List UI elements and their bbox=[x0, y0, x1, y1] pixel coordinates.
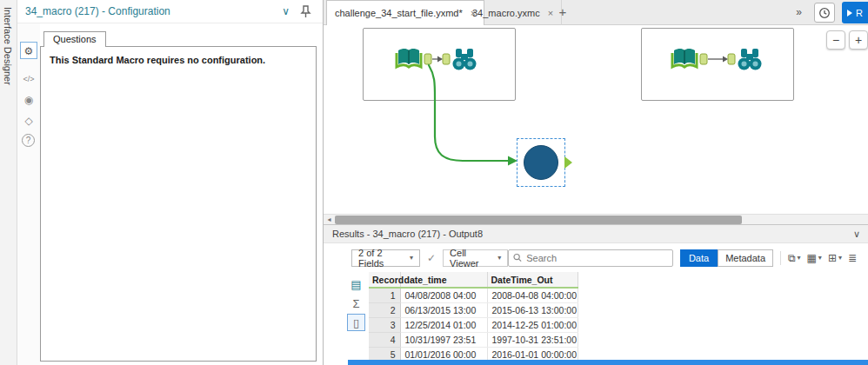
tag-icon[interactable]: ◇ bbox=[20, 111, 37, 129]
results-horizontal-scrollbar[interactable] bbox=[348, 360, 868, 365]
canvas-horizontal-scrollbar[interactable]: ◂ bbox=[324, 214, 868, 224]
results-panel: Results - 34_macro (217) - Output8 ∨ 2 o… bbox=[324, 224, 868, 365]
table-row[interactable]: 410/31/1997 23:511997-10-31 23:51:00 bbox=[369, 332, 578, 347]
table-view-icon[interactable]: ▤ bbox=[347, 275, 365, 293]
schedule-icon[interactable] bbox=[814, 3, 835, 23]
configuration-icon-rail: ⚙ </> ◉ ◇ ? bbox=[17, 23, 40, 365]
column-header-datetime-out[interactable]: DateTime_Out bbox=[487, 272, 578, 288]
interface-designer-rail: Interface Designer bbox=[0, 0, 17, 365]
table-options-icon[interactable]: ▦▾ bbox=[807, 252, 822, 264]
interface-designer-label: Interface Designer bbox=[3, 7, 13, 85]
tab-label: challenge_34_start_file.yxmd* bbox=[335, 8, 463, 18]
preview-icon[interactable]: ◉ bbox=[20, 90, 37, 108]
results-grid[interactable]: Record date_time DateTime_Out 104/08/200… bbox=[369, 272, 868, 362]
cell-viewer-dropdown[interactable]: Cell Viewer ▾ bbox=[443, 249, 508, 267]
record-cell: 4 bbox=[369, 332, 400, 347]
help-icon[interactable]: ? bbox=[22, 134, 35, 147]
configuration-header: 34_macro (217) - Configuration ∨ bbox=[17, 0, 323, 23]
menu-icon[interactable]: ≣ bbox=[848, 252, 857, 264]
tab-label: 34_macro.yxmc bbox=[472, 8, 540, 18]
input-data-tool[interactable] bbox=[394, 44, 424, 74]
data-view-button[interactable]: Data bbox=[680, 249, 718, 267]
record-cell: 3 bbox=[369, 317, 400, 332]
macro-tool[interactable] bbox=[524, 145, 558, 180]
tab-34-macro[interactable]: 34_macro.yxmc × bbox=[464, 0, 562, 25]
profile-sigma-icon[interactable]: Σ bbox=[347, 295, 365, 312]
results-toolbar: 2 of 2 Fields ▾ ✓ Cell Viewer ▾ Data Met… bbox=[324, 243, 868, 272]
chevron-down-icon[interactable]: ∨ bbox=[853, 225, 860, 243]
questions-content: This Standard Macro requires no configur… bbox=[40, 46, 317, 362]
document-tab-bar: challenge_34_start_file.yxmd* × 34_macro… bbox=[324, 0, 868, 25]
value-cell: 2008-04-08 04:00:00 bbox=[487, 288, 578, 302]
tool-container-left[interactable] bbox=[363, 28, 516, 101]
results-title: Results - 34_macro (217) - Output8 bbox=[332, 229, 483, 239]
search-input[interactable] bbox=[526, 253, 668, 263]
value-cell: 12/25/2014 01:00 bbox=[400, 317, 487, 332]
column-header-date-time[interactable]: date_time bbox=[400, 272, 487, 288]
play-icon bbox=[847, 10, 852, 17]
tab-overflow-button[interactable]: » bbox=[796, 0, 802, 25]
caret-down-icon: ▾ bbox=[497, 254, 501, 262]
value-cell: 2015-06-13 13:00:00 bbox=[487, 302, 578, 317]
search-icon bbox=[513, 253, 522, 262]
no-configuration-message: This Standard Macro requires no configur… bbox=[41, 47, 316, 73]
value-cell: 1997-10-31 23:51:00 bbox=[487, 332, 578, 347]
tab-questions[interactable]: Questions bbox=[43, 31, 106, 47]
search-box[interactable] bbox=[508, 249, 673, 267]
code-icon[interactable]: </> bbox=[20, 70, 37, 87]
column-header-record[interactable]: Record bbox=[369, 272, 400, 288]
table-row[interactable]: 312/25/2014 01:002014-12-25 01:00:00 bbox=[369, 317, 578, 332]
chevron-down-icon[interactable]: ∨ bbox=[282, 5, 290, 17]
caret-down-icon: ▾ bbox=[410, 254, 413, 262]
browse-tool[interactable] bbox=[735, 44, 765, 74]
metadata-view-button[interactable]: Metadata bbox=[718, 249, 773, 267]
record-cell: 1 bbox=[369, 288, 400, 302]
configuration-panel: 34_macro (217) - Configuration ∨ ⚙ </> ◉… bbox=[17, 0, 324, 365]
zoom-in-button[interactable]: + bbox=[849, 30, 868, 50]
table-row[interactable]: 206/13/2015 13:002015-06-13 13:00:00 bbox=[369, 302, 578, 317]
record-cell: 2 bbox=[369, 302, 400, 317]
pin-icon[interactable] bbox=[298, 4, 312, 18]
copy-icon[interactable]: ⧉▾ bbox=[788, 252, 801, 264]
scrollbar-thumb[interactable] bbox=[335, 216, 742, 224]
page-view-icon[interactable]: ▯ bbox=[347, 314, 365, 331]
value-cell: 10/31/1997 23:51 bbox=[400, 332, 487, 347]
results-header[interactable]: Results - 34_macro (217) - Output8 ∨ bbox=[324, 225, 868, 243]
input-data-tool[interactable] bbox=[670, 44, 699, 74]
gear-icon[interactable]: ⚙ bbox=[20, 42, 37, 59]
cell-viewer-label: Cell Viewer bbox=[450, 248, 491, 269]
macro-output-anchor[interactable] bbox=[564, 156, 572, 169]
table-row[interactable]: 104/08/2008 04:002008-04-08 04:00:00 bbox=[369, 288, 578, 302]
workflow-canvas[interactable]: − + bbox=[324, 25, 868, 214]
value-cell: 2014-12-25 01:00:00 bbox=[487, 317, 578, 332]
value-cell: 04/08/2008 04:00 bbox=[400, 288, 487, 302]
header-row: Record date_time DateTime_Out bbox=[369, 272, 578, 288]
results-view-switcher: ▤ Σ ▯ bbox=[344, 272, 369, 365]
check-icon: ✓ bbox=[427, 252, 436, 264]
zoom-out-button[interactable]: − bbox=[826, 30, 845, 50]
value-cell: 06/13/2015 13:00 bbox=[400, 302, 487, 317]
new-tab-button[interactable]: + bbox=[551, 0, 574, 25]
run-button[interactable]: R bbox=[842, 2, 868, 23]
export-icon[interactable]: ⊞▾ bbox=[828, 252, 842, 264]
tool-container-right[interactable] bbox=[641, 28, 794, 101]
tab-challenge-34-start-file[interactable]: challenge_34_start_file.yxmd* × bbox=[326, 0, 484, 25]
browse-tool[interactable] bbox=[450, 44, 479, 74]
toolbar-separator bbox=[780, 251, 781, 265]
fields-label: 2 of 2 Fields bbox=[358, 248, 404, 269]
run-label: R bbox=[856, 8, 863, 18]
configuration-title: 34_macro (217) - Configuration bbox=[25, 0, 170, 23]
fields-dropdown[interactable]: 2 of 2 Fields ▾ bbox=[351, 249, 420, 267]
